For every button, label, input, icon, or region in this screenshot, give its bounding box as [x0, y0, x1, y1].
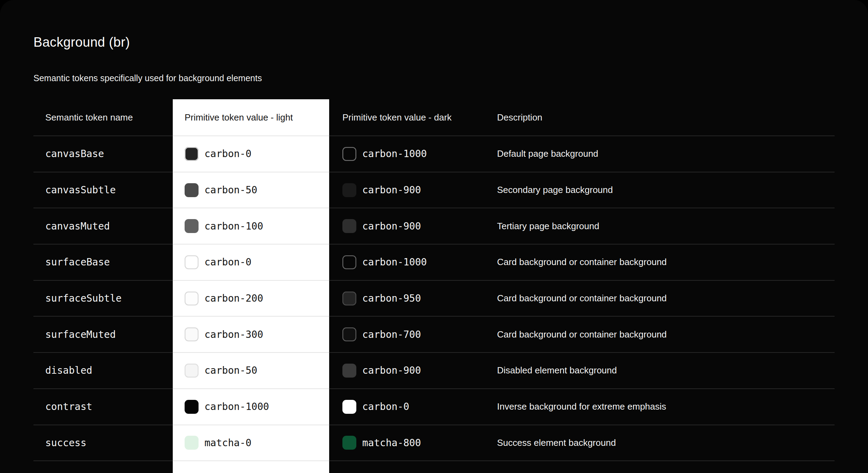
token-name-cell: success	[33, 425, 173, 462]
light-value-cell: carbon-1000	[173, 389, 329, 425]
token-name-cell: canvasBase	[33, 136, 173, 172]
description-cell	[485, 461, 835, 473]
table-row-partial	[33, 461, 835, 473]
light-value-cell: carbon-100	[173, 208, 329, 245]
color-swatch	[342, 255, 356, 269]
column-header-primitive-light: Primitive token value - light	[173, 99, 329, 136]
table-row: canvasBasecarbon-0carbon-1000Default pag…	[33, 136, 835, 172]
table-row: surfaceBasecarbon-0carbon-1000Card backg…	[33, 245, 835, 281]
token-name-cell	[33, 461, 173, 473]
token-value: carbon-50	[204, 365, 257, 376]
column-header-primitive-dark: Primitive token value - dark	[329, 99, 485, 136]
table-row: contrastcarbon-1000carbon-0Inverse backg…	[33, 389, 835, 425]
table-row: canvasSubtlecarbon-50carbon-900Secondary…	[33, 172, 835, 209]
token-value: carbon-700	[362, 329, 421, 340]
light-value-cell: carbon-300	[173, 317, 329, 353]
token-value: carbon-0	[204, 148, 251, 160]
description-cell: Card background or container background	[485, 317, 835, 353]
description-cell: Secondary page background	[485, 172, 835, 209]
token-value: carbon-950	[362, 293, 421, 304]
token-value: carbon-100	[204, 220, 263, 232]
token-value: carbon-900	[362, 365, 421, 376]
light-value-cell: carbon-50	[173, 353, 329, 389]
color-swatch	[185, 327, 199, 341]
description-cell: Inverse background for extreme emphasis	[485, 389, 835, 425]
table-header-row: Semantic token name Primitive token valu…	[33, 99, 835, 136]
color-swatch	[342, 364, 356, 378]
token-value: carbon-1000	[362, 256, 427, 268]
dark-value-cell	[329, 461, 485, 473]
dark-value-cell: carbon-900	[329, 353, 485, 389]
description-cell: Tertiary page background	[485, 208, 835, 245]
color-swatch	[342, 327, 356, 341]
token-value: carbon-300	[204, 329, 263, 340]
token-name-cell: contrast	[33, 389, 173, 425]
color-swatch	[185, 364, 199, 378]
description-cell: Default page background	[485, 136, 835, 172]
token-name-cell: canvasSubtle	[33, 172, 173, 209]
table-row: surfaceMutedcarbon-300carbon-700Card bac…	[33, 317, 835, 353]
table-rows: canvasBasecarbon-0carbon-1000Default pag…	[33, 136, 835, 461]
page-subtitle: Semantic tokens specifically used for ba…	[33, 73, 262, 83]
token-value: carbon-1000	[362, 148, 427, 160]
table-row: canvasMutedcarbon-100carbon-900Tertiary …	[33, 208, 835, 245]
color-swatch	[185, 183, 199, 197]
color-swatch	[185, 255, 199, 269]
token-name-cell: surfaceMuted	[33, 317, 173, 353]
description-cell: Card background or container background	[485, 281, 835, 317]
token-value: carbon-0	[204, 256, 251, 268]
column-header-description: Description	[485, 99, 835, 136]
token-value: matcha-0	[204, 437, 251, 449]
table-row: surfaceSubtlecarbon-200carbon-950Card ba…	[33, 281, 835, 317]
dark-value-cell: carbon-700	[329, 317, 485, 353]
dark-value-cell: carbon-0	[329, 389, 485, 425]
dark-value-cell: carbon-900	[329, 172, 485, 209]
color-swatch	[342, 400, 356, 414]
page-title: Background (br)	[33, 35, 130, 50]
color-swatch	[185, 400, 199, 414]
light-value-cell: matcha-0	[173, 425, 329, 462]
description-cell: Card background or container background	[485, 245, 835, 281]
light-value-cell: carbon-50	[173, 172, 329, 209]
dark-value-cell: matcha-800	[329, 425, 485, 462]
token-table: Semantic token name Primitive token valu…	[33, 99, 835, 473]
token-value: carbon-0	[362, 401, 409, 412]
table-row: successmatcha-0matcha-800Success element…	[33, 425, 835, 462]
token-value: carbon-900	[362, 220, 421, 232]
token-value: carbon-50	[204, 184, 257, 196]
color-swatch	[185, 219, 199, 233]
dark-value-cell: carbon-900	[329, 208, 485, 245]
column-header-semantic-token-name: Semantic token name	[33, 99, 173, 136]
token-name-cell: surfaceBase	[33, 245, 173, 281]
color-swatch	[342, 436, 356, 450]
color-swatch	[342, 292, 356, 305]
color-swatch	[342, 183, 356, 197]
token-value: carbon-200	[204, 293, 263, 304]
token-name-cell: canvasMuted	[33, 208, 173, 245]
color-swatch	[185, 436, 199, 450]
color-swatch	[185, 292, 199, 305]
token-value: carbon-1000	[204, 401, 269, 412]
table-row: disabledcarbon-50carbon-900Disabled elem…	[33, 353, 835, 389]
color-swatch	[342, 219, 356, 233]
description-cell: Disabled element background	[485, 353, 835, 389]
light-value-cell: carbon-200	[173, 281, 329, 317]
page: Background (br) Semantic tokens specific…	[0, 0, 868, 473]
light-value-cell	[173, 461, 329, 473]
token-value: carbon-900	[362, 184, 421, 196]
light-value-cell: carbon-0	[173, 245, 329, 281]
light-value-cell: carbon-0	[173, 136, 329, 172]
dark-value-cell: carbon-1000	[329, 136, 485, 172]
color-swatch	[342, 147, 356, 161]
dark-value-cell: carbon-1000	[329, 245, 485, 281]
token-name-cell: disabled	[33, 353, 173, 389]
description-cell: Success element background	[485, 425, 835, 462]
token-value: matcha-800	[362, 437, 421, 449]
token-name-cell: surfaceSubtle	[33, 281, 173, 317]
dark-value-cell: carbon-950	[329, 281, 485, 317]
color-swatch	[185, 147, 199, 161]
